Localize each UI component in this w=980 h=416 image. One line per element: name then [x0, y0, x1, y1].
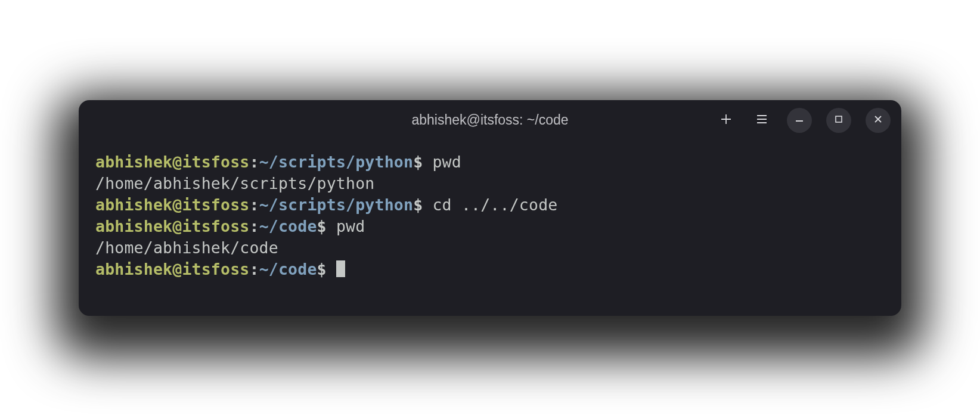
prompt-dollar: $: [413, 195, 423, 214]
prompt-dollar: $: [317, 260, 327, 278]
prompt-userhost: abhishek@itsfoss: [95, 195, 249, 214]
command-text: pwd: [423, 153, 461, 171]
titlebar[interactable]: abhishek@itsfoss: ~/code: [79, 100, 901, 141]
prompt-colon: :: [249, 195, 259, 214]
window-title: abhishek@itsfoss: ~/code: [411, 112, 568, 128]
prompt-dollar: $: [413, 153, 423, 171]
prompt-colon: :: [249, 153, 259, 171]
prompt-userhost: abhishek@itsfoss: [95, 217, 249, 235]
svg-rect-6: [836, 116, 842, 122]
terminal-line: abhishek@itsfoss:~/scripts/python$ cd ..…: [95, 194, 885, 216]
minimize-icon: [794, 114, 805, 127]
menu-button[interactable]: [751, 110, 773, 131]
terminal-window: abhishek@itsfoss: ~/code: [79, 100, 901, 316]
prompt-userhost: abhishek@itsfoss: [95, 153, 249, 171]
new-tab-button[interactable]: [715, 110, 737, 131]
command-text: cd ../../code: [423, 195, 557, 214]
minimize-button[interactable]: [787, 108, 812, 133]
terminal-line: abhishek@itsfoss:~/code$ pwd: [95, 216, 885, 237]
prompt-path: ~/scripts/python: [259, 195, 413, 214]
prompt-colon: :: [249, 217, 259, 235]
prompt-userhost: abhishek@itsfoss: [95, 260, 249, 278]
close-icon: [873, 114, 883, 127]
terminal-line: /home/abhishek/code: [95, 237, 885, 259]
prompt-path: ~/code: [259, 217, 317, 235]
prompt-path: ~/code: [259, 260, 317, 278]
maximize-icon: [833, 114, 844, 127]
terminal-line: /home/abhishek/scripts/python: [95, 173, 885, 194]
titlebar-controls: [715, 108, 891, 133]
output-text: /home/abhishek/code: [95, 238, 278, 257]
output-text: /home/abhishek/scripts/python: [95, 174, 374, 193]
prompt-path: ~/scripts/python: [259, 153, 413, 171]
prompt-dollar: $: [317, 217, 327, 235]
command-text: [327, 260, 336, 278]
command-text: pwd: [327, 217, 365, 235]
terminal-line: abhishek@itsfoss:~/scripts/python$ pwd: [95, 151, 885, 173]
cursor: [336, 260, 345, 277]
terminal-line: abhishek@itsfoss:~/code$: [95, 259, 885, 280]
hamburger-icon: [755, 113, 768, 128]
close-button[interactable]: [866, 108, 891, 133]
prompt-colon: :: [249, 260, 259, 278]
maximize-button[interactable]: [826, 108, 851, 133]
terminal-body[interactable]: abhishek@itsfoss:~/scripts/python$ pwd/h…: [79, 141, 901, 316]
plus-icon: [720, 113, 733, 128]
